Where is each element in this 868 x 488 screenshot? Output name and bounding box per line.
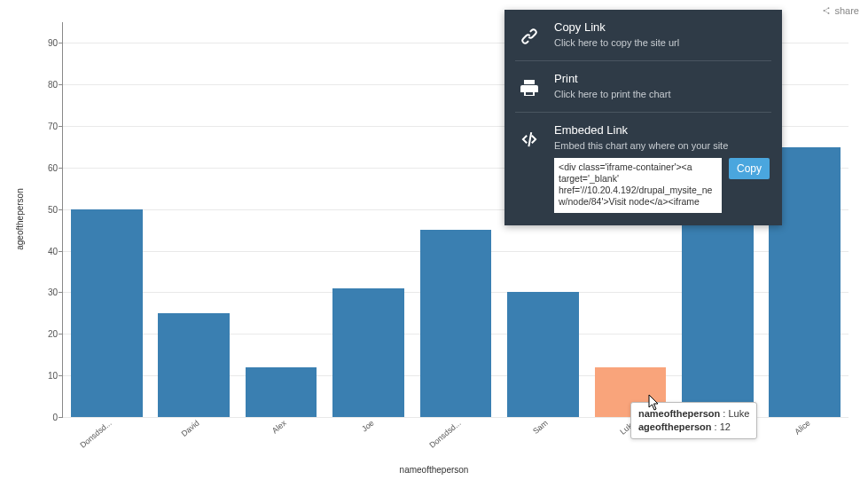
x-tick-label: Donsdsd... xyxy=(79,419,113,450)
tooltip-val-1: Luke xyxy=(728,408,749,419)
link-icon xyxy=(517,20,542,48)
bar[interactable] xyxy=(158,313,230,417)
copy-link-desc: Click here to copy the site url xyxy=(554,37,770,48)
x-tick-label: Sam xyxy=(532,419,551,437)
embed-desc: Embed this chart any where on your site xyxy=(554,140,770,151)
share-button[interactable]: share xyxy=(822,5,859,16)
x-axis-label: nameoftheperson xyxy=(400,465,469,475)
y-tick-label: 0 xyxy=(52,413,63,422)
y-tick-label: 10 xyxy=(48,371,63,381)
chart-tooltip: nameoftheperson : Luke ageoftheperson : … xyxy=(630,402,757,439)
bar[interactable] xyxy=(420,230,492,417)
share-label: share xyxy=(834,5,859,16)
code-icon xyxy=(517,123,542,213)
y-tick-label: 90 xyxy=(48,38,63,48)
y-tick-label: 70 xyxy=(48,122,63,131)
embed-row: Embeded Link Embed this chart any where … xyxy=(504,113,782,225)
bar[interactable] xyxy=(507,292,579,417)
bar[interactable] xyxy=(246,367,317,417)
y-tick-label: 80 xyxy=(48,80,63,90)
embed-code-textarea[interactable] xyxy=(554,158,722,213)
x-tick-label: Alex xyxy=(270,419,288,436)
y-tick-label: 60 xyxy=(48,162,63,172)
x-tick-label: Donsdsd... xyxy=(427,419,462,450)
bar[interactable] xyxy=(332,288,404,417)
print-title: Print xyxy=(554,72,770,85)
y-tick-label: 30 xyxy=(48,287,63,297)
embed-title: Embeded Link xyxy=(554,123,770,137)
copy-link-title: Copy Link xyxy=(554,20,770,34)
bar[interactable] xyxy=(71,209,143,417)
copy-link-row[interactable]: Copy Link Click here to copy the site ur… xyxy=(504,10,782,60)
svg-line-3 xyxy=(825,9,829,11)
y-axis-label: ageoftheperson xyxy=(15,188,25,250)
print-icon xyxy=(517,72,542,99)
y-tick-label: 50 xyxy=(48,204,63,214)
svg-line-4 xyxy=(825,11,829,12)
print-desc: Click here to print the chart xyxy=(554,89,770,99)
share-panel: Copy Link Click here to copy the site ur… xyxy=(504,10,782,225)
tooltip-key-1: nameoftheperson xyxy=(638,408,720,419)
x-tick-label: Alice xyxy=(793,419,811,437)
y-tick-label: 40 xyxy=(48,246,63,256)
y-tick-label: 20 xyxy=(48,329,63,339)
x-tick-label: Joe xyxy=(360,419,376,434)
print-row[interactable]: Print Click here to print the chart xyxy=(504,61,782,112)
tooltip-val-2: 12 xyxy=(720,421,731,432)
copy-button[interactable]: Copy xyxy=(729,158,770,179)
share-icon xyxy=(822,6,831,15)
x-tick-label: David xyxy=(179,419,200,438)
tooltip-key-2: ageoftheperson xyxy=(638,421,712,432)
